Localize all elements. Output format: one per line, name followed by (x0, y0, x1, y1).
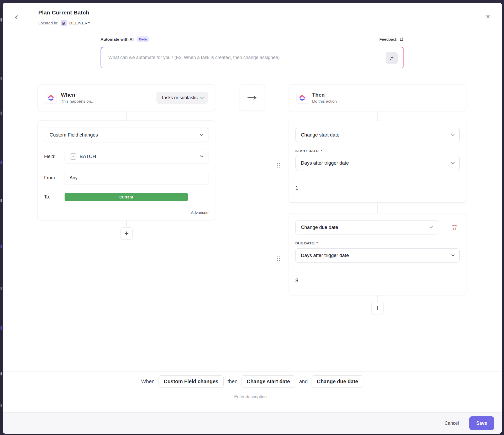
plus-icon (124, 230, 129, 236)
list-avatar (61, 20, 67, 26)
automation-summary: When Custom Field changes then Change st… (3, 375, 502, 388)
close-icon (485, 14, 491, 19)
action-type-dropdown[interactable]: Change due date (295, 220, 438, 234)
then-header-text: Then Do this action (312, 92, 337, 104)
summary-action2-chip[interactable]: Change due date (312, 375, 363, 388)
clickup-logo-icon (296, 92, 308, 104)
start-date-mode-dropdown[interactable]: Days after trigger date (295, 156, 460, 170)
automation-editor-modal: Plan Current Batch Located in: DELIVERY … (3, 3, 502, 434)
ai-submit-button[interactable] (386, 52, 398, 64)
due-date-mode-dropdown[interactable]: Days after trigger date (295, 248, 460, 263)
chevron-down-icon (451, 253, 455, 256)
action-card-start-date: Change start date START DATE: * Days aft… (289, 121, 466, 203)
ai-prompt-container (101, 47, 404, 68)
chevron-down-icon (451, 133, 455, 136)
due-date-label: DUE DATE: * (295, 241, 460, 245)
close-button[interactable] (484, 13, 492, 20)
to-label: To: (44, 194, 65, 200)
feedback-link[interactable]: Feedback (379, 37, 404, 42)
connector-line (377, 295, 378, 302)
field-dropdown[interactable]: BATCH (65, 149, 208, 164)
start-date-mode-value: Days after trigger date (301, 160, 349, 166)
add-action-button[interactable] (371, 302, 384, 314)
when-title: When (61, 92, 94, 98)
save-button[interactable]: Save (469, 416, 494, 430)
field-label: Field: (44, 154, 65, 159)
summary-and-word: and (299, 379, 308, 385)
advanced-link[interactable]: Advanced (191, 210, 208, 215)
ai-section-header: Automate with AI Beta Feedback (101, 36, 404, 42)
modal-footer: Cancel Save (3, 412, 502, 434)
connector-line (126, 220, 127, 227)
from-value: Any (70, 175, 77, 181)
connector-line (377, 111, 378, 121)
drag-handle[interactable] (277, 256, 281, 262)
summary-trigger-chip[interactable]: Custom Field changes (159, 375, 224, 388)
add-trigger-button[interactable] (120, 227, 133, 239)
scope-value: Tasks or subtasks (161, 95, 198, 101)
when-then-arrow-card (240, 85, 265, 111)
description-input[interactable]: Enter description... (3, 394, 502, 399)
connector-line (377, 203, 378, 213)
chevron-left-icon (15, 15, 19, 19)
drag-handle[interactable] (277, 163, 281, 170)
summary-divider (3, 371, 502, 371)
action-type-value: Change start date (301, 132, 339, 138)
then-card: Then Do this action (289, 85, 466, 111)
train-icon (62, 21, 66, 25)
breadcrumb: Located in: DELIVERY (38, 20, 91, 26)
chevron-down-icon (430, 225, 433, 228)
ai-prompt-input[interactable] (101, 47, 403, 68)
ai-label: Automate with AI (101, 37, 134, 42)
start-date-days-value[interactable]: 1 (295, 185, 460, 191)
location-name: DELIVERY (69, 21, 91, 25)
action-card-due-date: Change due date DUE DATE: * Days after t… (289, 213, 466, 295)
arrow-right-icon (247, 95, 258, 101)
start-date-label: START DATE: * (295, 149, 460, 153)
cancel-button[interactable]: Cancel (445, 421, 459, 426)
then-title: Then (312, 92, 337, 98)
then-subtitle: Do this action (312, 99, 337, 104)
to-value-tag[interactable]: Current (65, 193, 188, 201)
beta-badge: Beta (137, 36, 149, 42)
summary-when-word: When (141, 379, 155, 385)
page-title: Plan Current Batch (38, 9, 89, 16)
located-in-label: Located in: (38, 21, 58, 25)
when-subtitle: This happens on... (61, 99, 94, 104)
action-type-value: Change due date (301, 224, 338, 230)
connector-line (126, 111, 127, 120)
feedback-label: Feedback (379, 37, 397, 42)
trigger-type-value: Custom Field changes (50, 132, 98, 138)
when-card: When This happens on... Tasks or subtask… (38, 85, 215, 111)
chevron-down-icon (200, 96, 204, 99)
action-type-dropdown[interactable]: Change start date (295, 128, 460, 142)
from-label: From: (44, 175, 65, 181)
scope-dropdown[interactable]: Tasks or subtasks (156, 92, 208, 104)
back-button[interactable] (13, 13, 21, 21)
plus-icon (375, 305, 380, 311)
summary-then-word: then (228, 379, 238, 385)
connector-line (252, 111, 252, 371)
modal-header: Plan Current Batch Located in: DELIVERY (3, 3, 502, 28)
due-date-mode-value: Days after trigger date (301, 253, 349, 258)
trigger-type-dropdown[interactable]: Custom Field changes (44, 128, 208, 142)
chevron-down-icon (200, 133, 203, 136)
trash-icon (451, 224, 458, 231)
chevron-down-icon (451, 161, 455, 164)
field-value: BATCH (80, 154, 96, 159)
summary-action1-chip[interactable]: Change start date (242, 375, 295, 388)
chevron-down-icon (200, 154, 203, 158)
sparkle-icon (388, 55, 395, 61)
when-header-text: When This happens on... (61, 92, 94, 104)
clickup-logo-icon (45, 92, 57, 104)
trigger-card: Custom Field changes Field: BATCH From: … (38, 120, 215, 220)
external-link-icon (399, 37, 404, 41)
from-value-field[interactable]: Any (65, 171, 208, 185)
due-date-days-value[interactable]: 8 (295, 277, 460, 284)
dropdown-field-type-icon (70, 153, 76, 160)
to-value: Current (119, 195, 133, 199)
delete-action-button[interactable] (449, 222, 460, 233)
